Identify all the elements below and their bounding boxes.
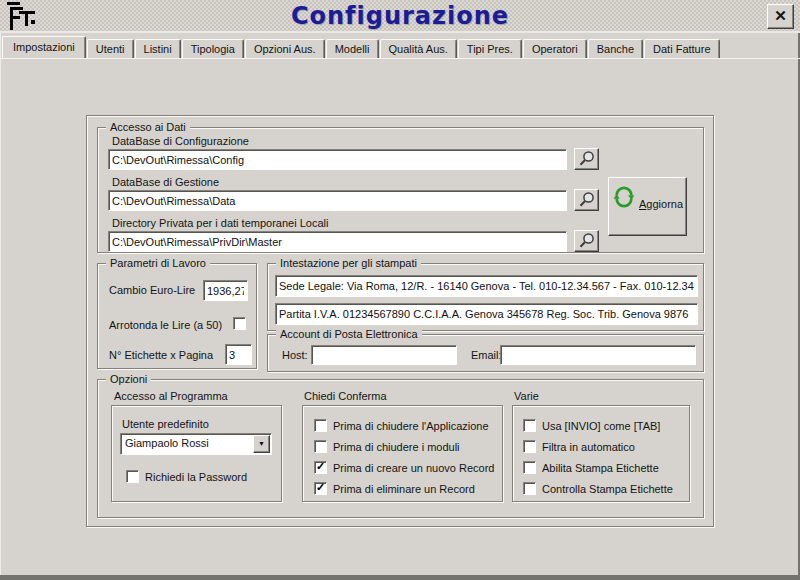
checkbox-conferma-eliminare-record[interactable]	[314, 482, 327, 495]
tab-page-impostazioni: Accesso ai Dati DataBase di Configurazio…	[0, 58, 800, 580]
configurazione-window: Configurazione ✕ Impostazioni Utenti Lis…	[0, 0, 800, 580]
label-host: Host:	[282, 349, 308, 362]
group-parametri-lavoro: Parametri di Lavoro Cambio Euro-Lire Arr…	[97, 263, 257, 369]
checkbox-abilita-stampa-etichette[interactable]	[523, 461, 536, 474]
label-richiedi-password: Richiedi la Password	[145, 471, 247, 484]
tab-opzioni-aus[interactable]: Opzioni Aus.	[245, 39, 325, 58]
label-conferma-eliminare-record: Prima di eliminare un Record	[333, 483, 475, 496]
input-host[interactable]	[311, 345, 457, 365]
panel-varie: Usa [INVIO] come [TAB] Filtra in automat…	[512, 405, 690, 502]
tab-tipi-pres[interactable]: Tipi Pres.	[458, 39, 522, 58]
label-arrotonda-lire: Arrotonda le Lire (a 50)	[109, 319, 222, 332]
label-dir-privata: Directory Privata per i dati temporanei …	[112, 217, 328, 230]
magnifier-icon	[576, 232, 597, 250]
combo-utente-predefinito[interactable]: Giampaolo Rossi ▼	[120, 433, 272, 455]
checkbox-conferma-chiudere-applicazione[interactable]	[314, 419, 327, 432]
input-cambio-euro-lire[interactable]	[203, 280, 248, 301]
tab-modelli[interactable]: Modelli	[326, 39, 379, 58]
tab-banche[interactable]: Banche	[588, 39, 643, 58]
label-email: Email:	[471, 349, 502, 362]
label-accesso-programma: Accesso al Programma	[114, 390, 228, 403]
combo-dropdown-arrow-icon[interactable]: ▼	[253, 435, 270, 453]
tab-dati-fatture[interactable]: Dati Fatture	[644, 39, 719, 58]
input-email[interactable]	[500, 345, 696, 365]
input-db-configurazione[interactable]	[108, 149, 567, 170]
checkbox-invio-come-tab[interactable]	[523, 419, 536, 432]
checkbox-controlla-stampa-etichette[interactable]	[523, 482, 536, 495]
input-db-gestione[interactable]	[108, 190, 567, 211]
tab-impostazioni[interactable]: Impostazioni	[2, 36, 86, 58]
checkbox-conferma-chiudere-moduli[interactable]	[314, 440, 327, 453]
panel-accesso-programma: Utente predefinito Giampaolo Rossi ▼ Ric…	[111, 405, 282, 502]
panel-chiedi-conferma: Prima di chiudere l'Applicazione Prima d…	[302, 405, 503, 502]
content-panel: Accesso ai Dati DataBase di Configurazio…	[86, 115, 714, 527]
group-title-accesso: Accesso ai Dati	[106, 121, 190, 134]
label-n-etichette: N° Etichette x Pagina	[109, 349, 213, 362]
checkbox-richiedi-password[interactable]	[126, 470, 139, 483]
title-bar[interactable]: Configurazione ✕	[0, 0, 800, 33]
browse-dir-privata-button[interactable]	[574, 230, 599, 252]
tab-utenti[interactable]: Utenti	[87, 39, 134, 58]
label-varie: Varie	[514, 390, 539, 403]
checkbox-filtra-automatico[interactable]	[523, 440, 536, 453]
label-chiedi-conferma: Chiedi Conferma	[304, 390, 387, 403]
label-conferma-nuovo-record: Prima di creare un nuovo Record	[333, 462, 494, 475]
tab-qualita-aus[interactable]: Qualità Aus.	[380, 39, 457, 58]
input-n-etichette[interactable]	[225, 344, 252, 365]
label-cambio-euro-lire: Cambio Euro-Lire	[109, 284, 195, 297]
label-invio-come-tab: Usa [INVIO] come [TAB]	[542, 420, 660, 433]
label-conferma-chiudere-moduli: Prima di chiudere i moduli	[333, 441, 460, 454]
tab-strip: Impostazioni Utenti Listini Tipologia Op…	[2, 36, 721, 58]
label-db-gestione: DataBase di Gestione	[112, 176, 219, 189]
group-opzioni: Opzioni Accesso al Programma Utente pred…	[97, 379, 704, 518]
input-intestazione-riga1[interactable]	[275, 275, 698, 297]
label-utente-predefinito: Utente predefinito	[122, 418, 209, 431]
tab-operatori[interactable]: Operatori	[523, 39, 587, 58]
group-title-intestazione: Intestazione per gli stampati	[276, 257, 421, 270]
checkbox-conferma-nuovo-record[interactable]	[314, 461, 327, 474]
close-button[interactable]: ✕	[767, 4, 794, 29]
label-conferma-chiudere-applicazione: Prima di chiudere l'Applicazione	[333, 420, 489, 433]
browse-db-gestione-button[interactable]	[574, 189, 599, 211]
label-abilita-stampa-etichette: Abilita Stampa Etichette	[542, 462, 659, 475]
input-dir-privata[interactable]	[108, 231, 567, 252]
refresh-icon	[612, 186, 636, 208]
combo-utente-value: Giampaolo Rossi	[125, 437, 209, 449]
tab-listini[interactable]: Listini	[135, 39, 181, 58]
window-title: Configurazione	[0, 2, 800, 30]
magnifier-icon	[576, 150, 597, 168]
label-filtra-automatico: Filtra in automatico	[542, 441, 635, 454]
group-intestazione-stampati: Intestazione per gli stampati	[267, 263, 704, 331]
aggiorna-label: Aggiorna	[639, 198, 683, 210]
magnifier-icon	[576, 191, 597, 209]
group-posta-elettronica: Account di Posta Elettronica Host: Email…	[267, 334, 704, 372]
input-intestazione-riga2[interactable]	[275, 303, 698, 325]
label-controlla-stampa-etichette: Controlla Stampa Etichette	[542, 483, 673, 496]
group-accesso-ai-dati: Accesso ai Dati DataBase di Configurazio…	[97, 127, 704, 253]
label-db-configurazione: DataBase di Configurazione	[112, 135, 249, 148]
group-title-opzioni: Opzioni	[106, 373, 151, 386]
group-title-parametri: Parametri di Lavoro	[106, 257, 210, 270]
browse-db-configurazione-button[interactable]	[574, 148, 599, 170]
tab-tipologia[interactable]: Tipologia	[182, 39, 244, 58]
aggiorna-button[interactable]: Aggiorna	[608, 177, 687, 236]
group-title-posta: Account di Posta Elettronica	[276, 328, 422, 341]
checkbox-arrotonda-lire[interactable]	[233, 317, 246, 330]
